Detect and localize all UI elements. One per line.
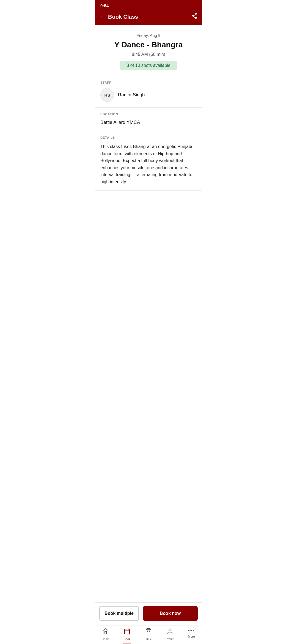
class-name: Y Dance - Bhangra	[100, 40, 197, 49]
staff-section: STAFF RS Ranjot Singh	[95, 76, 202, 108]
staff-section-label: STAFF	[100, 81, 197, 84]
status-bar: 9:54	[95, 0, 202, 10]
location-name: Bettie Allard YMCA	[100, 120, 197, 125]
header-title: Book Class	[108, 14, 138, 20]
share-button[interactable]	[191, 13, 198, 21]
page-content: Friday, Aug 9 Y Dance - Bhangra 8:45 AM …	[95, 25, 202, 235]
spots-available-badge: 3 of 10 spots available	[120, 61, 177, 70]
status-time: 9:54	[100, 3, 109, 8]
svg-line-3	[194, 17, 196, 18]
back-button[interactable]: ←	[99, 14, 105, 20]
details-text: This class fuses Bhangra, an energetic P…	[100, 143, 197, 185]
header: ← Book Class	[95, 10, 202, 25]
details-section: DETAILS This class fuses Bhangra, an ene…	[95, 131, 202, 191]
header-left: ← Book Class	[99, 14, 138, 20]
svg-line-4	[194, 15, 196, 16]
staff-row: RS Ranjot Singh	[100, 88, 197, 102]
staff-name: Ranjot Singh	[118, 92, 145, 98]
class-time: 8:45 AM (60 min)	[100, 52, 197, 57]
class-info-section: Friday, Aug 9 Y Dance - Bhangra 8:45 AM …	[95, 25, 202, 76]
location-section: LOCATION Bettie Allard YMCA	[95, 108, 202, 131]
staff-avatar: RS	[100, 88, 114, 102]
class-date: Friday, Aug 9	[100, 33, 197, 38]
details-section-label: DETAILS	[100, 136, 197, 139]
location-section-label: LOCATION	[100, 113, 197, 116]
